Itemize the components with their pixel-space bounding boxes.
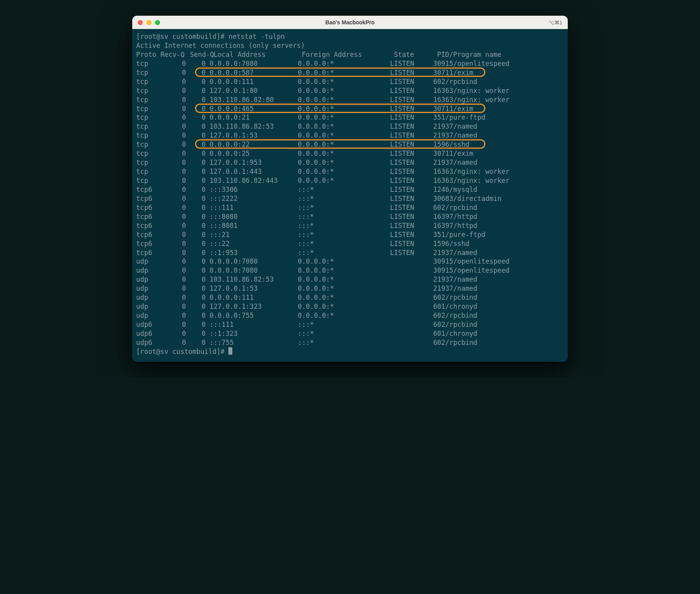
cell-recvq: 0 — [160, 302, 194, 311]
output-subtitle: Active Internet connections (only server… — [136, 41, 564, 50]
cell-state: LISTEN — [390, 158, 433, 167]
cell-recvq: 0 — [160, 284, 194, 293]
titlebar: Bao's MacbookPro ⌥⌘1 — [132, 16, 568, 29]
cell-proto: udp — [136, 266, 160, 275]
cell-proto: tcp — [136, 68, 160, 77]
command-text: netstat -tulpn — [228, 32, 284, 41]
cell-state: LISTEN — [390, 239, 433, 248]
maximize-icon[interactable] — [155, 20, 160, 25]
terminal-body[interactable]: [root@sv custombuild]# netstat -tulpn Ac… — [132, 29, 568, 362]
cell-sendq: 0 — [194, 212, 210, 221]
cell-local: 0.0.0.0:21 — [210, 113, 298, 122]
cell-foreign: 0.0.0.0:* — [298, 149, 390, 158]
cell-local: 127.0.0.1:443 — [210, 167, 298, 176]
cell-local: 0.0.0.0:465 — [210, 104, 298, 113]
minimize-icon[interactable] — [146, 20, 151, 25]
cell-pid: 21937/named — [433, 122, 564, 131]
cell-pid: 601/chronyd — [433, 329, 564, 338]
table-row: tcp000.0.0.0:70800.0.0.0:*LISTEN30915/op… — [136, 59, 564, 68]
cell-pid: 602/rpcbind — [433, 320, 564, 329]
cell-pid: 351/pure-ftpd — [433, 113, 564, 122]
cell-local: 103.110.86.82:53 — [210, 122, 298, 131]
cell-local: ::1:953 — [210, 248, 298, 257]
cell-state: LISTEN — [390, 104, 433, 113]
cell-recvq: 0 — [160, 113, 194, 122]
table-row: tcp00127.0.0.1:530.0.0.0:*LISTEN21937/na… — [136, 131, 564, 140]
cell-state: LISTEN — [390, 194, 433, 203]
cell-pid: 602/rpcbind — [433, 338, 564, 347]
cell-sendq: 0 — [194, 140, 210, 149]
prompt-prefix-end: [root@sv custombuild]# — [136, 347, 228, 356]
cell-foreign: :::* — [298, 329, 390, 338]
cell-state: LISTEN — [390, 185, 433, 194]
cell-sendq: 0 — [194, 86, 210, 95]
cell-recvq: 0 — [160, 77, 194, 86]
cell-recvq: 0 — [160, 167, 194, 176]
cell-pid: 30915/openlitespeed — [433, 59, 564, 68]
cell-sendq: 0 — [194, 185, 210, 194]
cell-recvq: 0 — [160, 104, 194, 113]
table-row: tcp00127.0.0.1:800.0.0.0:*LISTEN16363/ng… — [136, 86, 564, 95]
cell-sendq: 0 — [194, 302, 210, 311]
cell-foreign: :::* — [298, 212, 390, 221]
cell-local: 127.0.0.1:323 — [210, 302, 298, 311]
cell-state: LISTEN — [390, 140, 433, 149]
cell-recvq: 0 — [160, 248, 194, 257]
cell-pid: 601/chronyd — [433, 302, 564, 311]
cell-proto: tcp — [136, 140, 160, 149]
table-row: udp000.0.0.0:7550.0.0.0:*602/rpcbind — [136, 311, 564, 320]
cell-pid: 1596/sshd — [433, 239, 564, 248]
cell-foreign: 0.0.0.0:* — [298, 104, 390, 113]
table-row: tcp000.0.0.0:250.0.0.0:*LISTEN30711/exim — [136, 149, 564, 158]
cell-state: LISTEN — [390, 176, 433, 185]
cell-foreign: 0.0.0.0:* — [298, 113, 390, 122]
table-row: tcp600:::8080:::*LISTEN16397/httpd — [136, 212, 564, 221]
cell-local: 0.0.0.0:7080 — [210, 257, 298, 266]
cell-state: LISTEN — [390, 122, 433, 131]
cell-state: LISTEN — [390, 203, 433, 212]
table-row: tcp000.0.0.0:220.0.0.0:*LISTEN1596/sshd — [136, 140, 564, 149]
cell-state — [390, 311, 433, 320]
cell-local: 0.0.0.0:22 — [210, 140, 298, 149]
cell-sendq: 0 — [194, 329, 210, 338]
cell-sendq: 0 — [194, 176, 210, 185]
cell-recvq: 0 — [160, 59, 194, 68]
cell-sendq: 0 — [194, 239, 210, 248]
cell-sendq: 0 — [194, 320, 210, 329]
cell-sendq: 0 — [194, 203, 210, 212]
cell-local: 127.0.0.1:53 — [210, 131, 298, 140]
cell-foreign: 0.0.0.0:* — [298, 275, 390, 284]
cell-foreign: 0.0.0.0:* — [298, 266, 390, 275]
window-shortcut: ⌥⌘1 — [549, 20, 562, 26]
cell-state: LISTEN — [390, 95, 433, 104]
cell-recvq: 0 — [160, 338, 194, 347]
cell-pid: 16397/httpd — [433, 221, 564, 230]
cell-local: :::8081 — [210, 221, 298, 230]
cell-proto: tcp — [136, 95, 160, 104]
cell-state: LISTEN — [390, 167, 433, 176]
cell-sendq: 0 — [194, 338, 210, 347]
cell-pid: 30683/directadmin — [433, 194, 564, 203]
cell-sendq: 0 — [194, 248, 210, 257]
cell-proto: tcp6 — [136, 239, 160, 248]
cell-foreign: 0.0.0.0:* — [298, 68, 390, 77]
table-row: udp000.0.0.0:70800.0.0.0:*30915/openlite… — [136, 257, 564, 266]
cell-proto: tcp — [136, 86, 160, 95]
cell-state — [390, 284, 433, 293]
cell-pid: 1596/sshd — [433, 140, 564, 149]
cell-proto: udp — [136, 257, 160, 266]
traffic-lights — [138, 20, 160, 25]
close-icon[interactable] — [138, 20, 143, 25]
cell-local: ::1:323 — [210, 329, 298, 338]
cell-pid: 30711/exim — [433, 68, 564, 77]
cell-recvq: 0 — [160, 185, 194, 194]
cell-local: :::2222 — [210, 194, 298, 203]
cell-sendq: 0 — [194, 77, 210, 86]
cell-recvq: 0 — [160, 149, 194, 158]
cell-proto: tcp — [136, 104, 160, 113]
cell-pid: 16363/nginx: worker — [433, 167, 564, 176]
table-row: tcp00103.110.86.82:530.0.0.0:*LISTEN2193… — [136, 122, 564, 131]
cell-foreign: :::* — [298, 221, 390, 230]
prompt-line: [root@sv custombuild]# netstat -tulpn — [136, 32, 564, 41]
cell-sendq: 0 — [194, 311, 210, 320]
